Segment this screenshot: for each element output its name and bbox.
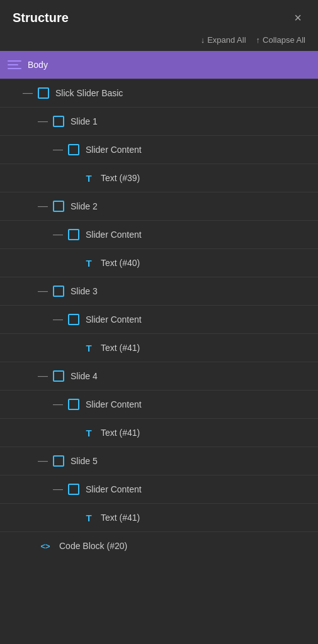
body-icon: [8, 59, 21, 70]
structure-tree: Body—Slick Slider Basic—Slide 1—Slider C…: [0, 51, 318, 644]
collapse-icon[interactable]: —: [38, 286, 48, 296]
tree-item[interactable]: —TText (#39): [0, 164, 318, 192]
collapse-icon[interactable]: —: [38, 456, 48, 466]
collapse-icon[interactable]: —: [38, 201, 48, 211]
tree-item[interactable]: —Slide 2: [0, 192, 318, 220]
item-label: Slider Content: [86, 484, 142, 494]
tree-item[interactable]: Body: [0, 51, 318, 79]
panel-header: Structure ×: [0, 0, 318, 33]
item-label: Text (#41): [101, 343, 140, 353]
box-icon: [53, 116, 64, 127]
item-label: Slider Content: [86, 230, 142, 240]
box-icon: [68, 229, 79, 240]
item-label: Slide 4: [71, 371, 98, 381]
collapse-icon[interactable]: —: [38, 116, 48, 126]
box-icon: [68, 144, 79, 155]
toolbar: ↓ Expand All ↑ Collapse All: [0, 33, 318, 51]
item-label: Text (#41): [101, 428, 140, 438]
tree-item[interactable]: —Slider Content: [0, 306, 318, 333]
text-icon: T: [83, 342, 94, 353]
box-icon: [68, 484, 79, 495]
item-label: Slick Slider Basic: [55, 88, 123, 98]
item-label: Slider Content: [86, 145, 142, 155]
tree-item[interactable]: —<>Code Block (#20): [0, 532, 318, 560]
item-label: Body: [28, 60, 48, 70]
tree-item[interactable]: —Slide 1: [0, 108, 318, 135]
tree-item[interactable]: —TText (#41): [0, 334, 318, 362]
tree-item[interactable]: —TText (#41): [0, 504, 318, 531]
box-icon: [53, 455, 64, 467]
item-label: Slide 1: [71, 116, 98, 126]
collapse-all-button[interactable]: ↑ Collapse All: [256, 35, 305, 45]
close-button[interactable]: ×: [290, 10, 305, 25]
panel-title: Structure: [13, 11, 69, 25]
collapse-icon[interactable]: —: [38, 371, 48, 381]
collapse-icon[interactable]: —: [23, 88, 33, 98]
expand-all-button[interactable]: ↓ Expand All: [201, 35, 246, 45]
item-label: Code Block (#20): [59, 541, 127, 551]
item-label: Text (#39): [101, 173, 140, 183]
tree-item[interactable]: —Slider Content: [0, 475, 318, 503]
tree-item[interactable]: —Slide 3: [0, 277, 318, 305]
collapse-icon[interactable]: —: [53, 145, 63, 155]
tree-item[interactable]: —Slider Content: [0, 391, 318, 418]
collapse-all-arrow: ↑: [256, 35, 261, 45]
text-icon: T: [83, 512, 94, 523]
text-icon: T: [83, 172, 94, 184]
box-icon: [38, 87, 49, 99]
box-icon: [68, 399, 79, 410]
collapse-icon[interactable]: —: [53, 314, 63, 325]
box-icon: [68, 314, 79, 325]
item-label: Text (#41): [101, 513, 140, 523]
code-icon: <>: [38, 540, 53, 552]
collapse-icon[interactable]: —: [53, 399, 63, 409]
box-icon: [53, 370, 64, 382]
item-label: Slide 2: [71, 201, 98, 211]
tree-item[interactable]: —TText (#40): [0, 249, 318, 277]
item-label: Slide 3: [71, 286, 98, 296]
text-icon: T: [83, 427, 94, 438]
item-label: Slider Content: [86, 399, 142, 409]
structure-panel: Structure × ↓ Expand All ↑ Collapse All …: [0, 0, 318, 644]
tree-item[interactable]: —TText (#41): [0, 419, 318, 447]
box-icon: [53, 286, 64, 297]
tree-item[interactable]: —Slider Content: [0, 221, 318, 248]
collapse-icon[interactable]: —: [53, 484, 63, 494]
item-label: Text (#40): [101, 258, 140, 268]
tree-item[interactable]: —Slider Content: [0, 136, 318, 164]
collapse-icon[interactable]: —: [53, 230, 63, 240]
item-label: Slider Content: [86, 314, 142, 325]
collapse-all-label: Collapse All: [263, 35, 305, 45]
tree-item[interactable]: —Slide 5: [0, 447, 318, 475]
text-icon: T: [83, 257, 94, 269]
box-icon: [53, 201, 64, 212]
expand-all-label: Expand All: [207, 35, 246, 45]
expand-all-arrow: ↓: [201, 35, 205, 45]
tree-item[interactable]: —Slide 4: [0, 362, 318, 390]
tree-item[interactable]: —Slick Slider Basic: [0, 79, 318, 107]
item-label: Slide 5: [71, 456, 98, 466]
